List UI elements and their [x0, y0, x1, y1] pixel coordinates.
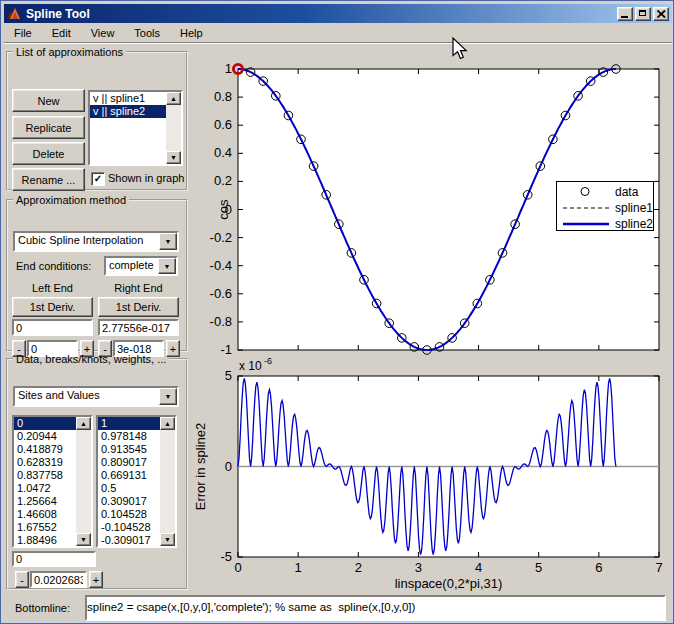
left-end-derivative-button[interactable]: 1st Deriv. [12, 297, 93, 317]
legend-label: data [615, 185, 639, 199]
site-item[interactable]: 0.20944 [14, 430, 76, 443]
title-bar[interactable]: Spline Tool [4, 4, 672, 23]
cos-axis-label: cos [216, 199, 231, 220]
scale-exponent: -6 [264, 356, 272, 366]
value-item[interactable]: 0.913545 [98, 443, 160, 456]
spline-tool-window: Spline Tool File Edit View Tools Help Li… [0, 0, 674, 624]
y-tick-label: 0 [225, 459, 232, 474]
value-item[interactable]: 1 [98, 417, 160, 430]
cos-plot[interactable]: -1-0.8-0.6-0.4-0.200.20.40.60.81cosdatas… [210, 61, 659, 357]
value-item[interactable]: 0.104528 [98, 508, 160, 521]
x-tick-label: 6 [595, 560, 602, 575]
new-button[interactable]: New [12, 89, 85, 112]
value-item[interactable]: 0.669131 [98, 469, 160, 482]
legend-label: spline2 [615, 217, 653, 231]
legend[interactable]: dataspline1spline2 [557, 182, 654, 232]
site-edit-field[interactable] [12, 551, 96, 567]
approximations-scrollbar[interactable]: ▲ ▼ [166, 92, 181, 164]
window-controls [617, 7, 672, 21]
replicate-button[interactable]: Replicate [12, 116, 85, 139]
shown-in-graph-label[interactable]: Shown in graph [108, 172, 184, 184]
y-tick-label: 0.6 [214, 117, 232, 132]
dropdown-arrow-icon[interactable]: ▼ [158, 258, 176, 274]
value-item[interactable]: 0.309017 [98, 495, 160, 508]
site-item[interactable]: 0.628319 [14, 456, 76, 469]
approximation-method-group: Approximation method Cubic Spline Interp… [6, 194, 188, 352]
site-increment-button[interactable]: + [89, 571, 103, 588]
approximations-list: v || spline1v || spline2 [90, 92, 166, 164]
scroll-up-icon[interactable]: ▲ [166, 92, 181, 105]
rename-button[interactable]: Rename ... [12, 168, 85, 191]
maximize-icon [639, 10, 646, 16]
scroll-up-icon[interactable]: ▲ [76, 417, 91, 430]
values-list: 10.9781480.9135450.8090170.6691310.50.30… [98, 417, 160, 546]
x-tick-label: 4 [475, 560, 482, 575]
site-decrement-button[interactable]: - [15, 571, 29, 588]
y-tick-label: -0.6 [210, 286, 232, 301]
window-title: Spline Tool [26, 7, 90, 21]
site-item[interactable]: 0.837758 [14, 469, 76, 482]
right-end-derivative-button[interactable]: 1st Deriv. [98, 297, 179, 317]
sites-scrollbar[interactable]: ▲ ▼ [76, 417, 91, 546]
bottomline-code[interactable]: spline2 = csape(x,[0,y,0],'complete'); %… [85, 595, 666, 621]
y-tick-label: 1 [225, 61, 232, 76]
values-scrollbar[interactable]: ▲ ▼ [160, 417, 175, 546]
menu-item-edit[interactable]: Edit [42, 25, 81, 41]
maximize-button[interactable] [635, 7, 651, 21]
right-end-value-field[interactable] [98, 319, 179, 336]
approximations-listbox[interactable]: v || spline1v || spline2 ▲ ▼ [88, 90, 183, 166]
values-listbox[interactable]: 10.9781480.9135450.8090170.6691310.50.30… [96, 415, 177, 548]
legend-label: spline1 [615, 201, 653, 215]
site-item[interactable]: 1.25664 [14, 495, 76, 508]
value-item[interactable]: -0.309017 [98, 534, 160, 547]
matlab-app-icon [6, 7, 22, 21]
scroll-down-icon[interactable]: ▼ [160, 533, 175, 546]
site-item[interactable]: 1.88496 [14, 534, 76, 547]
site-item[interactable]: 1.46608 [14, 508, 76, 521]
menu-item-help[interactable]: Help [170, 25, 213, 41]
delete-button[interactable]: Delete [12, 142, 85, 165]
approximation-item[interactable]: v || spline2 [90, 105, 166, 118]
x-tick-label: 2 [355, 560, 362, 575]
end-conditions-label: End conditions: [16, 260, 91, 272]
shown-in-graph-checkbox[interactable]: ✓ [91, 172, 105, 186]
scroll-down-icon[interactable]: ▼ [166, 151, 181, 164]
figure-area: -1-0.8-0.6-0.4-0.200.20.40.60.81cosdatas… [188, 44, 671, 593]
site-item[interactable]: 0 [14, 417, 76, 430]
close-button[interactable] [653, 7, 669, 21]
site-item[interactable]: 1.0472 [14, 482, 76, 495]
y-tick-label: 5 [225, 368, 232, 383]
sites-listbox[interactable]: 00.209440.4188790.6283190.8377581.04721.… [12, 415, 93, 548]
x-tick-label: 0 [234, 560, 241, 575]
dropdown-arrow-icon[interactable]: ▼ [159, 233, 177, 250]
menu-item-tools[interactable]: Tools [124, 25, 170, 41]
value-item[interactable]: -0.104528 [98, 521, 160, 534]
value-item[interactable]: 0.5 [98, 482, 160, 495]
data-view-dropdown[interactable]: Sites and Values ▼ [13, 386, 179, 407]
y-tick-label: -0.8 [210, 314, 232, 329]
dropdown-arrow-icon[interactable]: ▼ [159, 388, 177, 405]
menu-item-file[interactable]: File [4, 25, 42, 41]
scroll-up-icon[interactable]: ▲ [160, 417, 175, 430]
x-tick-label: 7 [655, 560, 662, 575]
approximation-item[interactable]: v || spline1 [90, 92, 166, 105]
scroll-down-icon[interactable]: ▼ [76, 533, 91, 546]
left-end-value-field[interactable] [12, 319, 93, 336]
minimize-button[interactable] [617, 7, 633, 21]
data-breaks-group: Data, breaks/knots, weights, ... Sites a… [6, 353, 188, 590]
method-dropdown[interactable]: Cubic Spline Interpolation ▼ [13, 231, 179, 252]
error-plot[interactable]: 01234567-505Error in spline2linspace(0,2… [193, 356, 663, 591]
group-title: Approximation method [13, 194, 129, 206]
y-tick-label: -0.4 [210, 258, 232, 273]
value-item[interactable]: 0.809017 [98, 456, 160, 469]
end-conditions-value: complete [109, 259, 154, 271]
sites-list: 00.209440.4188790.6283190.8377581.04721.… [14, 417, 76, 546]
bottomline-label: Bottomline: [15, 602, 70, 614]
site-increment-field[interactable] [30, 571, 87, 588]
menu-item-view[interactable]: View [81, 25, 125, 41]
value-item[interactable]: 0.978148 [98, 430, 160, 443]
x-tick-label: 5 [535, 560, 542, 575]
end-conditions-dropdown[interactable]: complete ▼ [104, 256, 178, 276]
site-item[interactable]: 0.418879 [14, 443, 76, 456]
site-item[interactable]: 1.67552 [14, 521, 76, 534]
